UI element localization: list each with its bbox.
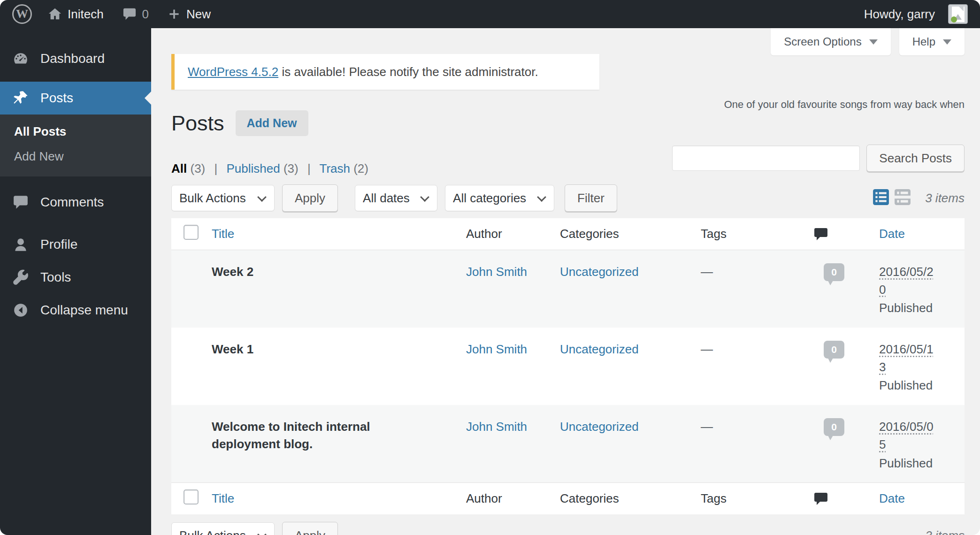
filter-all-link[interactable]: All	[171, 161, 187, 176]
footer-date: Date	[873, 483, 965, 515]
post-category-link[interactable]: Uncategorized	[560, 265, 639, 279]
post-author-link[interactable]: John Smith	[466, 342, 527, 356]
submenu-item-add-new[interactable]: Add New	[0, 144, 151, 169]
items-count: 3 items	[925, 191, 965, 206]
table-toolbar-bottom: Bulk Actions Apply 3 items	[171, 522, 965, 535]
footer-title: Title	[198, 483, 460, 515]
posts-submenu: All Posts Add New	[0, 115, 151, 176]
adminbar-comments-link[interactable]: 0	[122, 7, 149, 22]
excerpt-view-icon[interactable]	[894, 189, 911, 207]
wordpress-logo-menu[interactable]: W	[12, 4, 32, 24]
post-category-link[interactable]: Uncategorized	[560, 342, 639, 356]
footer-checkbox-cell	[171, 483, 198, 515]
filter-trash-link[interactable]: Trash	[319, 161, 350, 176]
bulk-actions-select-bottom[interactable]: Bulk Actions	[171, 522, 275, 535]
sidebar-label-posts: Posts	[40, 91, 73, 106]
help-tab[interactable]: Help	[899, 28, 965, 55]
sort-date-link[interactable]: Date	[879, 491, 905, 505]
sidebar-label-comments: Comments	[40, 195, 104, 210]
row-checkbox-cell	[171, 250, 198, 328]
comment-count-bubble[interactable]: 0	[824, 263, 844, 281]
page-title-row: Posts Add New	[171, 110, 965, 136]
apply-button-bottom[interactable]: Apply	[282, 522, 338, 535]
person-icon	[12, 237, 29, 252]
help-label: Help	[912, 35, 935, 48]
select-all-checkbox[interactable]	[184, 489, 199, 504]
post-author-link[interactable]: John Smith	[466, 265, 527, 279]
dates-filter-select[interactable]: All dates	[355, 185, 437, 211]
header-title: Title	[198, 218, 460, 250]
sidebar-item-profile[interactable]: Profile	[0, 228, 151, 261]
filter-all-count: (3)	[190, 161, 205, 176]
adminbar-comment-count: 0	[142, 7, 149, 22]
bulk-actions-select[interactable]: Bulk Actions	[171, 185, 275, 211]
categories-filter-select[interactable]: All categories	[445, 185, 554, 211]
comments-bubble-icon	[12, 195, 29, 210]
wrench-icon	[12, 269, 29, 285]
site-name-link[interactable]: Initech	[48, 7, 104, 22]
submenu-item-all-posts[interactable]: All Posts	[0, 119, 151, 144]
dashboard-gauge-icon	[12, 51, 29, 67]
filter-button[interactable]: Filter	[565, 184, 617, 212]
adminbar-new-link[interactable]: New	[168, 7, 211, 22]
post-status: Published	[879, 377, 959, 395]
wordpress-update-link[interactable]: WordPress 4.5.2	[188, 65, 278, 79]
filter-published-link[interactable]: Published	[226, 161, 280, 176]
update-notice: WordPress 4.5.2 is available! Please not…	[171, 54, 599, 90]
table-row: Welcome to Initech internal deployment b…	[171, 405, 965, 483]
update-notice-text: is available! Please notify the site adm…	[278, 65, 538, 79]
post-category-link[interactable]: Uncategorized	[560, 420, 639, 434]
sort-date-link[interactable]: Date	[879, 227, 905, 241]
apply-button[interactable]: Apply	[282, 184, 338, 212]
list-view-icon[interactable]	[873, 189, 889, 207]
row-checkbox-cell	[171, 405, 198, 483]
footer-categories: Categories	[554, 483, 695, 515]
comment-count-bubble[interactable]: 0	[824, 341, 844, 359]
add-new-button[interactable]: Add New	[236, 110, 308, 136]
search-posts-button[interactable]: Search Posts	[866, 145, 965, 172]
howdy-label: Howdy, garry	[864, 7, 935, 22]
dates-select-wrap: All dates	[355, 185, 437, 211]
post-date-link[interactable]: 2016/05/13	[879, 341, 935, 376]
post-title-link[interactable]: Week 2	[212, 263, 253, 280]
sidebar-item-comments[interactable]: Comments	[0, 186, 151, 219]
screen-options-tab[interactable]: Screen Options	[771, 28, 890, 55]
search-form: Search Posts	[672, 145, 965, 172]
post-date-link[interactable]: 2016/05/20	[879, 263, 935, 298]
sort-title-link[interactable]: Title	[212, 491, 234, 505]
post-title-link[interactable]: Week 1	[212, 341, 253, 358]
sidebar-label-dashboard: Dashboard	[40, 51, 105, 66]
content-area: Screen Options Help One of your old favo…	[151, 28, 980, 535]
chevron-down-icon	[943, 39, 951, 45]
avatar	[948, 4, 968, 24]
header-author: Author	[460, 218, 554, 250]
comment-count-bubble[interactable]: 0	[824, 418, 844, 436]
sort-title-link[interactable]: Title	[212, 227, 234, 241]
post-author-link[interactable]: John Smith	[466, 420, 527, 434]
pushpin-icon	[12, 90, 29, 106]
select-all-checkbox[interactable]	[184, 225, 199, 240]
sidebar-item-posts[interactable]: Posts	[0, 82, 151, 115]
post-date-link[interactable]: 2016/05/05	[879, 418, 935, 453]
sidebar-item-tools[interactable]: Tools	[0, 261, 151, 294]
categories-select-wrap: All categories	[445, 185, 554, 211]
adminbar-account-menu[interactable]: Howdy, garry	[864, 4, 968, 24]
sidebar-item-collapse-menu[interactable]: Collapse menu	[0, 294, 151, 327]
post-tags-value: —	[701, 420, 713, 434]
wordpress-admin-screen: W Initech 0 New Howdy, garry	[0, 0, 980, 535]
screen-options-label: Screen Options	[784, 35, 861, 48]
view-mode-switch: 3 items	[873, 189, 965, 207]
chevron-down-icon	[869, 39, 878, 45]
filter-published-count: (3)	[283, 161, 299, 176]
row-checkbox-cell	[171, 328, 198, 405]
items-count-bottom: 3 items	[925, 528, 965, 535]
table-body: Week 2 John Smith Uncategorized — 0 2016…	[171, 250, 965, 483]
footer-author: Author	[460, 483, 554, 515]
footer-tags: Tags	[695, 483, 808, 515]
post-tags-value: —	[701, 342, 713, 356]
bulk-actions-select-wrap: Bulk Actions	[171, 185, 275, 211]
sidebar-label-tools: Tools	[40, 270, 71, 285]
post-title-link[interactable]: Welcome to Initech internal deployment b…	[212, 418, 437, 452]
sidebar-item-dashboard[interactable]: Dashboard	[0, 42, 151, 75]
search-input[interactable]	[672, 145, 860, 171]
